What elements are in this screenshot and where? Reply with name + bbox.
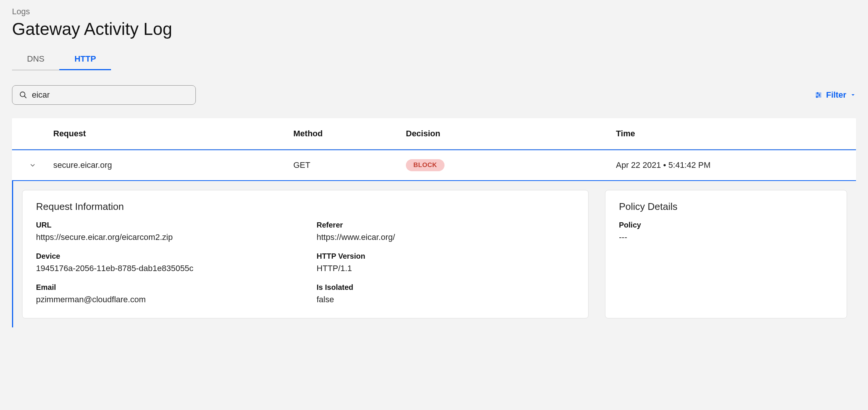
policy-value: --- — [619, 232, 833, 242]
filter-button[interactable]: Filter — [815, 90, 856, 100]
request-info-title: Request Information — [36, 201, 575, 213]
isolated-label: Is Isolated — [317, 283, 575, 292]
email-value: pzimmerman@cloudflare.com — [36, 295, 294, 304]
table-header: Request Method Decision Time — [12, 118, 856, 149]
policy-label: Policy — [619, 221, 833, 229]
svg-point-3 — [817, 92, 818, 93]
device-value: 1945176a-2056-11eb-8785-dab1e835055c — [36, 264, 294, 273]
cell-method: GET — [293, 160, 406, 170]
tab-http[interactable]: HTTP — [59, 50, 111, 70]
caret-down-icon — [850, 92, 856, 98]
cell-request: secure.eicar.org — [53, 160, 293, 170]
expanded-details: Request Information URL https://secure.e… — [12, 181, 856, 327]
filter-sliders-icon — [815, 91, 822, 99]
svg-point-0 — [20, 92, 25, 97]
url-label: URL — [36, 221, 294, 229]
tabs: DNS HTTP — [12, 50, 856, 70]
cell-time: Apr 22 2021 • 5:41:42 PM — [616, 160, 856, 170]
http-version-value: HTTP/1.1 — [317, 264, 575, 273]
email-label: Email — [36, 283, 294, 292]
col-request: Request — [53, 129, 293, 139]
search-box[interactable] — [12, 85, 196, 105]
url-value: https://secure.eicar.org/eicarcom2.zip — [36, 232, 294, 242]
table-row[interactable]: secure.eicar.org GET BLOCK Apr 22 2021 •… — [12, 149, 856, 181]
search-input[interactable] — [32, 90, 189, 100]
svg-point-7 — [816, 96, 817, 97]
search-icon — [19, 91, 27, 99]
col-time: Time — [616, 129, 856, 139]
policy-details-panel: Policy Details Policy --- — [605, 190, 847, 318]
col-decision: Decision — [406, 129, 616, 139]
decision-badge: BLOCK — [406, 159, 445, 171]
http-version-label: HTTP Version — [317, 252, 575, 261]
filter-label: Filter — [826, 90, 846, 100]
referer-value: https://www.eicar.org/ — [317, 232, 575, 242]
breadcrumb[interactable]: Logs — [12, 7, 856, 17]
request-info-panel: Request Information URL https://secure.e… — [22, 190, 589, 318]
page-title: Gateway Activity Log — [12, 19, 856, 39]
chevron-down-icon[interactable] — [29, 161, 36, 169]
svg-line-1 — [24, 96, 27, 98]
policy-details-title: Policy Details — [619, 201, 833, 213]
tab-dns[interactable]: DNS — [12, 50, 59, 70]
log-table: Request Method Decision Time secure.eica… — [12, 118, 856, 327]
device-label: Device — [36, 252, 294, 261]
svg-point-5 — [819, 94, 820, 95]
isolated-value: false — [317, 295, 575, 304]
referer-label: Referer — [317, 221, 575, 229]
cell-decision: BLOCK — [406, 159, 616, 171]
col-method: Method — [293, 129, 406, 139]
